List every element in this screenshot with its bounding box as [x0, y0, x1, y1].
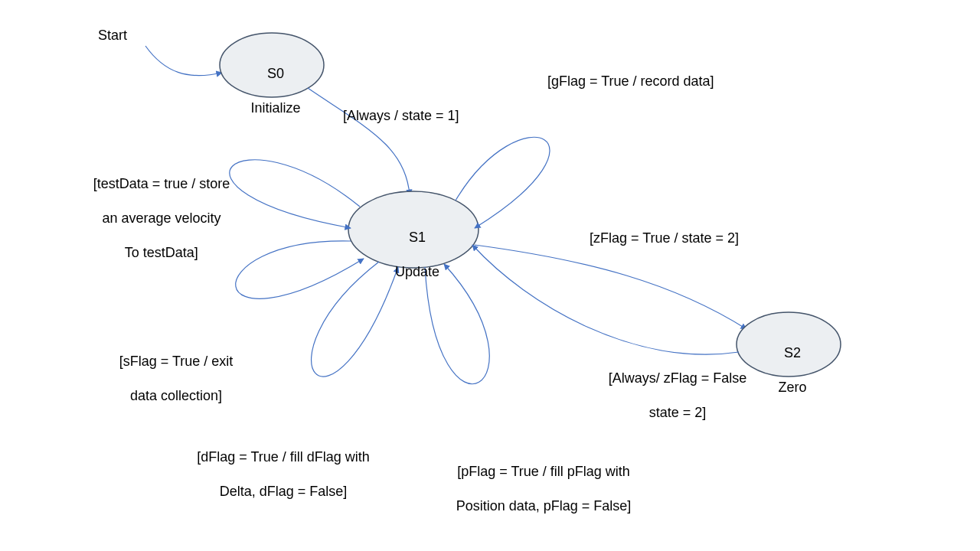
edge-s0-to-s1	[308, 88, 410, 195]
state-s0-name: Initialize	[250, 100, 300, 116]
label-s1-to-s2: [zFlag = True / state = 2]	[590, 230, 739, 247]
start-label: Start	[98, 27, 127, 44]
state-s0-id: S0	[267, 66, 284, 81]
state-s2-label: S2 Zero	[750, 327, 827, 396]
label-s2-to-s1: [Always/ zFlag = False state = 2]	[590, 352, 758, 421]
state-s1-label: S1 Update	[375, 211, 452, 280]
label-s0-to-s1: [Always / state = 1]	[343, 107, 459, 125]
state-s1-id: S1	[409, 230, 426, 245]
edge-s1-to-s2	[475, 245, 746, 329]
state-s1-name: Update	[395, 264, 439, 279]
label-sflag: [sFlag = True / exit data collection]	[96, 335, 249, 404]
label-gflag: [gFlag = True / record data]	[547, 73, 714, 90]
edge-start-to-s0	[145, 46, 222, 76]
state-s2-id: S2	[784, 345, 801, 360]
state-s0-label: S0 Initialize	[234, 47, 310, 116]
edge-s1-self-testdata	[230, 160, 360, 228]
label-dflag: [dFlag = True / fill dFlag with Delta, d…	[168, 431, 390, 500]
edge-s1-self-pflag	[425, 264, 489, 384]
label-pflag: [pFlag = True / fill pFlag with Position…	[429, 445, 651, 514]
edge-s2-to-s1	[472, 245, 739, 354]
state-s2-name: Zero	[779, 380, 807, 395]
edge-s1-self-sflag	[236, 241, 364, 298]
label-testdata: [testData = true / store an average velo…	[70, 158, 246, 261]
